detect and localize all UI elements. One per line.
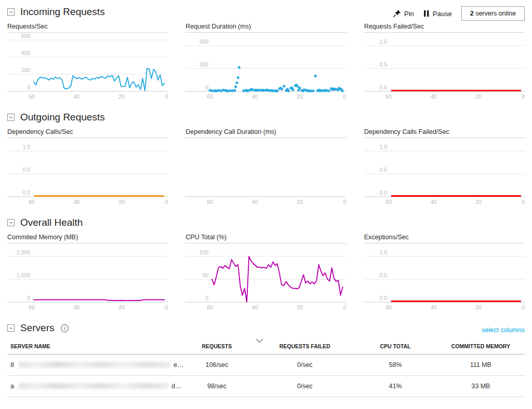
server-name-prefix: a [10,383,14,390]
dependency-duration-plot: 6040200 [185,138,346,209]
svg-text:60: 60 [207,199,214,205]
svg-text:1,000: 1,000 [17,272,30,278]
info-icon[interactable]: i [61,324,69,332]
committed-memory-cell: 33 MB [437,376,525,397]
col-header-committed-memory[interactable]: COMMITTED MEMORY [437,336,525,355]
svg-text:60: 60 [385,304,392,310]
pause-button[interactable]: Pause [423,10,452,18]
svg-text:0.5: 0.5 [379,272,387,278]
svg-text:40: 40 [252,199,258,205]
svg-text:20: 20 [297,304,303,310]
col-header-requests-failed[interactable]: REQUESTS FAILED [256,336,354,355]
svg-text:0.0: 0.0 [379,295,387,301]
server-row-1[interactable]: 8e… 106/sec 0/sec 58% 111 MB [7,355,525,376]
pushpin-icon [393,9,401,18]
chart-exceptions: Exceptions/Sec 1.00.50.06040200 [364,234,525,314]
svg-text:0: 0 [27,295,30,301]
svg-text:20: 20 [475,199,482,205]
collapse-health-icon[interactable]: − [7,219,15,226]
svg-text:20: 20 [297,93,303,100]
svg-text:0.0: 0.0 [379,84,387,90]
svg-text:0: 0 [206,84,209,90]
redacted-server-name [19,362,170,367]
col-header-server-name[interactable]: SERVER NAME [7,336,178,355]
chart-title: Requests/Sec [7,23,168,33]
svg-text:0: 0 [343,199,347,205]
top-row: − Incoming Requests Pin [7,3,525,23]
svg-text:20: 20 [118,93,125,100]
requests-per-sec-plot: 60040020006040200 [7,33,168,103]
svg-text:60: 60 [29,93,35,100]
servers-online-button[interactable]: 2 servers online [461,6,525,21]
chart-request-duration: Request Duration (ms) 40020006040200 [185,23,346,103]
chart-title: Dependency Calls Failed/Sec [364,128,525,138]
committed-memory-plot: 2,0001,00006040200 [7,243,168,314]
svg-text:0: 0 [522,93,525,100]
committed-memory-cell: 111 MB [437,355,525,376]
cpu-total-cell: 41% [354,376,436,397]
incoming-requests-title: Incoming Requests [20,6,105,18]
svg-text:0.0: 0.0 [23,189,31,196]
chevron-down-icon[interactable] [256,336,263,345]
chart-title: CPU Total (%) [185,234,346,243]
col-header-cpu-total[interactable]: CPU TOTAL [354,336,436,355]
svg-text:20: 20 [297,199,303,205]
servers-table-header-row: SERVER NAME REQUESTS REQUESTS FAILED CPU… [7,336,525,355]
chart-title: Dependency Calls/Sec [7,128,168,138]
svg-text:0.5: 0.5 [23,167,31,173]
collapse-outgoing-icon[interactable]: − [7,114,15,121]
servers-head-left: − Servers i [7,322,69,334]
svg-text:40: 40 [430,199,436,205]
outgoing-requests-title: Outgoing Requests [20,112,105,123]
svg-text:60: 60 [207,304,214,310]
svg-text:0: 0 [165,93,168,100]
svg-text:600: 600 [21,33,31,39]
toolbar: Pin Pause 2 servers online [393,3,525,21]
svg-text:400: 400 [21,50,31,56]
svg-text:1.0: 1.0 [23,144,31,150]
svg-text:1.0: 1.0 [379,249,387,255]
svg-text:0.5: 0.5 [379,167,387,173]
server-row-2[interactable]: ad… 98/sec 0/sec 41% 33 MB [7,376,525,397]
servers-title: Servers [20,322,54,334]
chart-title: Request Duration (ms) [185,23,346,33]
chart-requests-failed: Requests Failed/Sec 1.00.50.06040200 [364,23,525,103]
svg-text:60: 60 [29,199,35,205]
svg-text:40: 40 [430,93,436,100]
section-head-outgoing: − Outgoing Requests [7,112,525,123]
outgoing-charts-row: Dependency Calls/Sec 1.00.50.06040200 De… [7,128,525,209]
section-head-health: − Overall Health [7,217,525,228]
chart-committed-memory: Commited Memory (MB) 2,0001,00006040200 [7,234,168,314]
dependency-failed-plot: 1.00.50.06040200 [364,138,525,209]
svg-text:200: 200 [21,67,31,73]
pause-label: Pause [433,10,452,18]
servers-online-count: 2 [470,10,474,17]
collapse-incoming-icon[interactable]: − [7,8,15,16]
server-name-cell: 8e… [7,355,178,376]
chart-title: Dependency Call Duration (ms) [185,128,346,138]
chart-title: Requests Failed/Sec [364,23,525,33]
requests-cell: 106/sec [178,355,256,376]
svg-text:0: 0 [343,304,347,310]
live-metrics-page: − Incoming Requests Pin [0,0,532,407]
col-header-requests[interactable]: REQUESTS [178,336,256,355]
svg-text:20: 20 [475,304,482,310]
health-charts-row: Commited Memory (MB) 2,0001,00006040200 … [7,234,525,314]
cpu-total-plot: 1005006040200 [185,243,346,314]
server-name-suffix: d… [171,383,181,390]
server-name-cell: ad… [7,376,178,397]
collapse-servers-icon[interactable]: − [7,324,15,332]
chart-cpu-total: CPU Total (%) 1005006040200 [185,234,346,314]
svg-text:200: 200 [200,61,209,67]
svg-text:0: 0 [27,84,30,90]
servers-table: SERVER NAME REQUESTS REQUESTS FAILED CPU… [7,336,525,397]
pin-button[interactable]: Pin [393,9,414,18]
chart-dependency-calls: Dependency Calls/Sec 1.00.50.06040200 [7,128,168,209]
svg-text:20: 20 [118,304,125,310]
svg-text:0: 0 [206,295,209,301]
select-columns-link[interactable]: select columns [482,326,525,334]
svg-text:20: 20 [475,93,482,100]
chart-title: Commited Memory (MB) [7,234,168,243]
request-duration-plot: 40020006040200 [185,33,346,103]
server-name-suffix: e… [174,361,183,369]
